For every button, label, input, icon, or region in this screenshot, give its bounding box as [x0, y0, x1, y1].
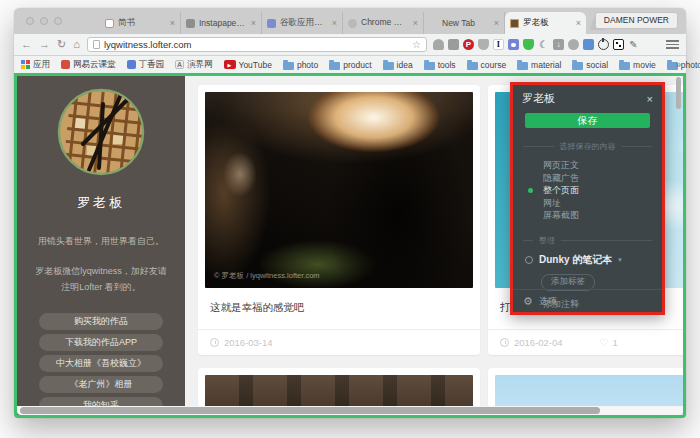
blog-bio-contact: 罗老板微信lyqwitness，加好友请注明Lofter 看到的。 [17, 264, 185, 295]
instapaper-extension-icon[interactable]: I [493, 39, 504, 50]
tab-close-icon[interactable]: × [413, 18, 418, 28]
lofter-sidebar: 罗老板 用镜头看世界，用世界看自己。 罗老板微信lyqwitness，加好友请注… [17, 76, 185, 415]
tab-luolaoban-active[interactable]: 罗老板 × [505, 12, 586, 34]
notebook-icon [525, 256, 533, 264]
site-icon [127, 60, 136, 69]
clipper-options-row[interactable]: ⚙ 选项 [513, 289, 662, 312]
tab-instapaper[interactable]: Instapaper - Chrom... × [181, 12, 262, 34]
tab-new-tab[interactable]: New Tab × [424, 12, 505, 34]
option-full-page[interactable]: 整个页面 [513, 184, 662, 197]
tab-close-icon[interactable]: × [251, 18, 256, 28]
bookmark-youtube[interactable]: ▶ YouTube [224, 60, 272, 70]
forward-icon[interactable]: → [39, 39, 50, 50]
shield-extension-icon[interactable] [478, 39, 489, 50]
gear-icon[interactable]: ⚙ [523, 296, 533, 307]
option-article[interactable]: 网页正文 [513, 159, 662, 172]
page-icon [93, 40, 100, 49]
green-shield-extension-icon[interactable] [523, 39, 534, 50]
tab-close-icon[interactable]: × [170, 18, 175, 28]
bookmark-folder-movie[interactable]: movie [619, 60, 656, 70]
bookmark-folder-material[interactable]: material [517, 60, 561, 70]
option-hide-ads[interactable]: 隐藏广告 [513, 172, 662, 185]
power-extension-icon[interactable] [598, 39, 609, 50]
tab-close-icon[interactable]: × [332, 18, 337, 28]
clock-icon [210, 338, 219, 347]
blog-bio: 用镜头看世界，用世界看自己。 [17, 234, 185, 248]
webstore-favicon-icon [348, 19, 357, 28]
section-select-content: 选择保存的内容 [523, 141, 652, 152]
add-tag-button[interactable]: 添加标签 [541, 274, 595, 291]
folder-icon [424, 62, 435, 70]
bookmark-wangyi[interactable]: 网易云课堂 [61, 59, 116, 71]
window-close-button[interactable] [26, 17, 34, 25]
folder-icon [572, 62, 583, 70]
bookmark-folder-photo[interactable]: photo [283, 60, 318, 70]
heart-icon[interactable]: ♡ [600, 337, 609, 348]
menu-icon[interactable] [666, 40, 679, 49]
bookmark-folder-tools[interactable]: tools [424, 60, 456, 70]
browser-window: 简书 × Instapaper - Chrom... × 谷歌应用商店_百度搜.… [14, 8, 686, 418]
blog-title: 罗老板 [17, 194, 185, 212]
vertical-scrollbar-thumb[interactable] [676, 77, 681, 109]
hand-extension-icon[interactable] [433, 39, 444, 50]
sidebar-button-download-app[interactable]: 下载我的作品APP [39, 334, 163, 351]
bookmark-folder-social[interactable]: social [572, 60, 608, 70]
back-icon[interactable]: ← [21, 39, 32, 50]
sidebar-button-album-guangzhou[interactable]: 《老广州》相册 [39, 376, 163, 393]
url-text[interactable]: lyqwitness.lofter.com [104, 39, 408, 50]
pinterest-extension-icon[interactable]: P [463, 39, 474, 50]
horizontal-scrollbar[interactable] [17, 406, 683, 415]
close-icon[interactable]: × [647, 93, 653, 105]
clock-icon [500, 338, 509, 347]
circle-extension-icon[interactable] [568, 39, 579, 50]
option-url[interactable]: 网址 [513, 197, 662, 210]
bookmark-folder-product[interactable]: product [329, 60, 371, 70]
bookmark-yanjiewang[interactable]: A 演界网 [175, 59, 213, 71]
bookmarks-overflow-icon[interactable]: » [675, 59, 681, 70]
tab-jianshu[interactable]: 简书 × [100, 12, 181, 34]
reload-icon[interactable]: ↻ [57, 39, 66, 50]
tab-chrome-webstore[interactable]: Chrome 网上应用店 × [343, 12, 424, 34]
bookmark-folder-idea[interactable]: idea [383, 60, 413, 70]
address-bar[interactable]: lyqwitness.lofter.com ☆ [87, 37, 427, 52]
escalator-photo[interactable]: © 罗老板 / lyqwitness.lofter.com [205, 92, 473, 288]
avatar[interactable] [17, 88, 185, 180]
photo-watermark: © 罗老板 / lyqwitness.lofter.com [214, 271, 320, 281]
qr-extension-icon[interactable] [613, 39, 624, 50]
site-icon: A [175, 60, 184, 69]
profile-button[interactable]: DAMEN POWER [595, 12, 678, 29]
bookmark-folder-course[interactable]: course [467, 60, 507, 70]
tab-bar: 简书 × Instapaper - Chrom... × 谷歌应用商店_百度搜.… [14, 8, 686, 34]
bookmark-apps[interactable]: 应用 [21, 59, 50, 71]
apps-grid-icon [21, 60, 30, 69]
notebook-selector[interactable]: Dunky 的笔记本 ▾ [525, 253, 662, 267]
tab-google-store[interactable]: 谷歌应用商店_百度搜... × [262, 12, 343, 34]
bookmark-star-icon[interactable]: ☆ [412, 39, 421, 50]
bookmark-dingxiangyuan[interactable]: 丁香园 [127, 59, 165, 71]
evernote-extension-icon[interactable] [448, 39, 459, 50]
notebook-name: Dunky 的笔记本 [539, 253, 612, 267]
tab-close-icon[interactable]: × [576, 18, 581, 28]
tab-close-icon[interactable]: × [494, 18, 499, 28]
window-minimize-button[interactable] [40, 17, 48, 25]
folder-icon [517, 62, 528, 70]
panda-extension-icon[interactable] [508, 39, 519, 50]
site-icon [61, 60, 70, 69]
sidebar-button-album-school[interactable]: 中大相册《吾校巍立》 [39, 355, 163, 372]
folder-icon [283, 62, 294, 70]
post-card[interactable]: © 罗老板 / lyqwitness.lofter.com 这就是幸福的感觉吧 … [198, 85, 480, 355]
clipper-title: 罗老板 [522, 91, 555, 106]
bookmark-folder-photography[interactable]: photography [667, 60, 700, 70]
save-button[interactable]: 保存 [525, 113, 650, 128]
desktop: 简书 × Instapaper - Chrom... × 谷歌应用商店_百度搜.… [0, 0, 700, 438]
option-screenshot[interactable]: 屏幕截图 [513, 209, 662, 222]
post-date: 2016-03-14 [224, 337, 273, 348]
blue-app-extension-icon[interactable] [583, 39, 594, 50]
horizontal-scrollbar-thumb[interactable] [20, 407, 600, 414]
home-icon[interactable]: ⌂ [73, 39, 80, 50]
window-zoom-button[interactable] [54, 17, 62, 25]
moon-extension-icon[interactable]: ☾ [538, 39, 549, 50]
pen-extension-icon[interactable]: ✎ [628, 39, 639, 50]
download-extension-icon[interactable]: ↓ [553, 39, 564, 50]
sidebar-button-buy-works[interactable]: 购买我的作品 [39, 313, 163, 330]
